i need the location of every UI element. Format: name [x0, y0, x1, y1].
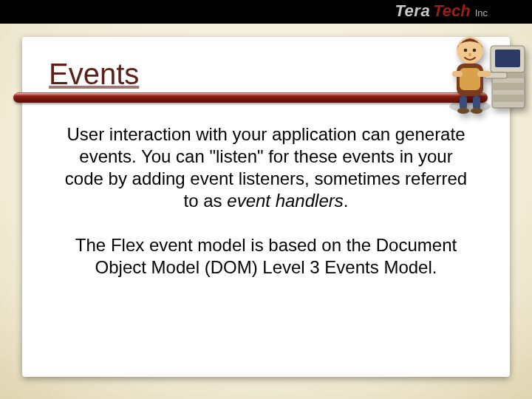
svg-rect-2 [492, 83, 525, 90]
svg-point-7 [449, 100, 491, 112]
slide: Tera Tech Inc Events User int [0, 0, 532, 399]
svg-rect-3 [492, 95, 525, 102]
svg-point-19 [468, 53, 471, 57]
brand-tera: Tera [395, 1, 430, 21]
content-card: Events User interaction with your applic… [22, 37, 510, 377]
svg-point-17 [464, 49, 468, 52]
mascot-icon [446, 19, 528, 115]
svg-rect-5 [495, 50, 520, 67]
svg-rect-12 [460, 96, 467, 109]
svg-rect-13 [473, 96, 480, 109]
svg-rect-11 [477, 71, 491, 77]
svg-point-15 [471, 108, 482, 114]
svg-point-18 [473, 49, 477, 52]
text: . [344, 191, 349, 211]
brand-tech: Tech [433, 1, 471, 21]
svg-rect-9 [460, 68, 480, 90]
slide-title: Events [49, 58, 488, 91]
brand-inc: Inc [475, 7, 488, 18]
paragraph: The Flex event model is based on the Doc… [61, 234, 471, 279]
brand-logo: Tera Tech Inc [395, 1, 488, 21]
title-divider [13, 92, 488, 103]
slide-body: User interaction with your application c… [44, 123, 488, 279]
text: The Flex event model is based on the Doc… [75, 235, 457, 277]
svg-rect-10 [452, 71, 463, 77]
paragraph: User interaction with your application c… [61, 123, 471, 212]
emphasis: event handlers [227, 191, 343, 211]
svg-point-14 [457, 108, 469, 114]
